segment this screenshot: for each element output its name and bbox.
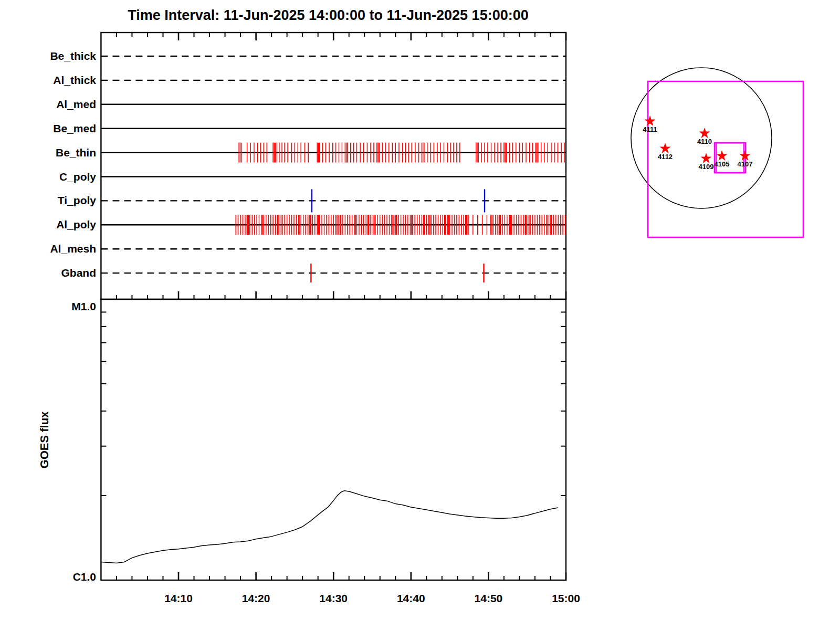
ar-star-4110	[699, 128, 710, 138]
x-tick-label: 14:20	[242, 592, 270, 604]
row-label-Ti_poly: Ti_poly	[58, 194, 96, 206]
y-label-m1: M1.0	[71, 300, 96, 312]
ar-star-4112	[660, 143, 671, 153]
xrt-observation-plot-page: Time Interval: 11-Jun-2025 14:00:00 to 1…	[0, 0, 840, 630]
solar-disk-map: 411141104112410941054107	[631, 68, 803, 237]
goes-flux-curve	[101, 491, 558, 563]
ar-star-4109	[701, 153, 712, 163]
axis-labels: M1.0C1.014:1014:2014:3014:4014:5015:00GO…	[38, 300, 580, 604]
timeline-goes-solar-chart: Be_thickAl_thickAl_medBe_medBe_thinC_pol…	[0, 0, 840, 630]
ar-star-4105	[717, 150, 728, 161]
row-label-C_poly: C_poly	[59, 171, 96, 183]
ar-label-4111: 4111	[643, 125, 657, 133]
row-label-Al_mesh: Al_mesh	[50, 243, 96, 255]
goes-log-ticks	[101, 312, 566, 495]
row-label-Be_thin: Be_thin	[56, 146, 96, 159]
ar-label-4110: 4110	[697, 138, 712, 145]
panel-borders	[101, 33, 566, 580]
row-label-Al_med: Al_med	[56, 98, 96, 110]
row-label-Be_thick: Be_thick	[50, 50, 96, 62]
x-tick-label: 15:00	[552, 592, 580, 604]
row-label-Al_thick: Al_thick	[53, 74, 96, 86]
y-label-c1: C1.0	[73, 571, 96, 583]
x-tick-label: 14:40	[397, 592, 425, 604]
x-tick-label: 14:30	[319, 592, 348, 604]
x-tick-label: 14:10	[164, 592, 193, 604]
goes-flux-axis-title: GOES flux	[38, 411, 51, 469]
ar-label-4112: 4112	[658, 153, 673, 161]
ar-label-4109: 4109	[699, 163, 714, 171]
x-tick-label: 14:50	[475, 592, 503, 604]
fov-box-1	[715, 143, 744, 173]
timeline-panel-border	[101, 33, 566, 299]
goes-panel-border	[101, 299, 566, 580]
row-label-Be_med: Be_med	[53, 122, 96, 134]
row-label-Gband: Gband	[61, 267, 97, 279]
row-label-Al_poly: Al_poly	[56, 218, 96, 230]
time-axes	[117, 33, 566, 580]
ar-star-4111	[645, 116, 656, 126]
ar-label-4107: 4107	[738, 160, 753, 168]
ar-label-4105: 4105	[715, 160, 730, 168]
timeline-panel: Be_thickAl_thickAl_medBe_medBe_thinC_pol…	[50, 50, 566, 282]
